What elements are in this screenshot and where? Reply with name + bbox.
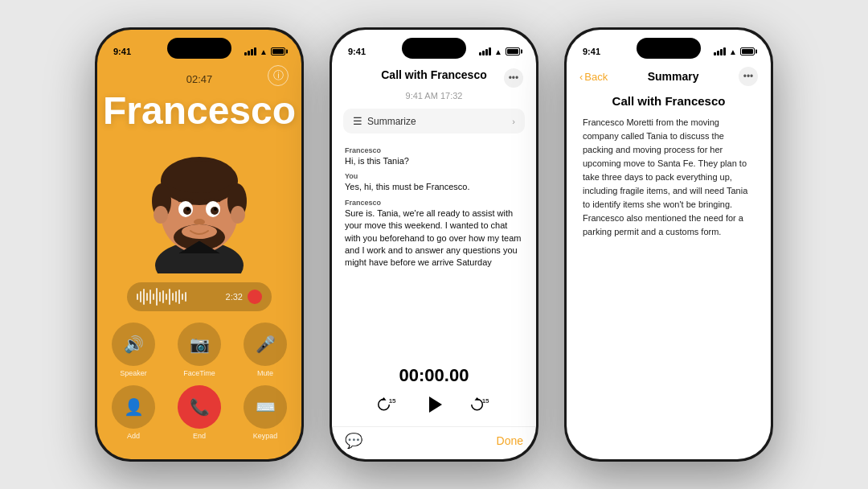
timestamp-display: 00:00.00: [332, 360, 536, 389]
dynamic-island: [167, 38, 231, 59]
svg-point-7: [154, 206, 168, 224]
speaker-1: You: [345, 172, 523, 180]
back-label: Back: [584, 71, 608, 83]
summary-nav: ‹ Back Summary •••: [567, 62, 771, 89]
transcript-screen: 9:41 ▲ Call with Francesco: [332, 30, 536, 459]
transcript-header: Call with Francesco •••: [332, 62, 536, 91]
call-timer: 02:47: [186, 73, 213, 85]
skip-back-button[interactable]: 15: [375, 392, 399, 417]
transcript-title: Call with Francesco: [381, 68, 486, 81]
transcript-subtitle: 9:41 AM 17:32: [332, 91, 536, 105]
phone-3: 9:41 ▲ ‹ Back: [564, 27, 773, 462]
phone-1: 9:41 ▲ ⓘ 02:47 Francesco: [95, 27, 304, 462]
call-buttons-row-1: 🔊 Speaker 📷 FaceTime 🎤 Mute: [112, 323, 287, 377]
time-2: 9:41: [348, 47, 366, 56]
play-button[interactable]: [419, 389, 449, 420]
call-buttons-row-2: 👤 Add 📞 End ⌨️ Keypad: [112, 385, 287, 440]
transcript-item-1: You Yes, hi, this must be Francesco.: [345, 172, 523, 193]
signal-icon-3: [714, 47, 726, 55]
summarize-left: ☰ Summarize: [353, 115, 416, 127]
phone-3-screen: 9:41 ▲ ‹ Back: [567, 30, 771, 459]
call-screen: 9:41 ▲ ⓘ 02:47 Francesco: [97, 30, 301, 459]
record-button[interactable]: [248, 290, 262, 304]
svg-marker-19: [429, 397, 442, 413]
dynamic-island-2: [402, 38, 466, 59]
phone-2-screen: 9:41 ▲ Call with Francesco: [332, 30, 536, 459]
done-button[interactable]: Done: [497, 434, 523, 447]
info-icon[interactable]: ⓘ: [268, 65, 289, 86]
more-button-3[interactable]: •••: [739, 67, 758, 86]
status-icons-1: ▲: [244, 47, 285, 56]
end-call-button[interactable]: 📞 End: [178, 385, 221, 440]
svg-point-17: [182, 224, 217, 239]
wifi-icon-1: ▲: [260, 47, 268, 56]
summarize-icon: ☰: [353, 115, 362, 127]
summary-content: Call with Francesco Francesco Moretti fr…: [567, 89, 771, 459]
summary-title: Call with Francesco: [583, 94, 755, 108]
add-call-button[interactable]: 👤 Add: [112, 385, 155, 440]
playback-controls: 15 15: [332, 389, 536, 426]
svg-point-6: [164, 161, 235, 193]
status-icons-2: ▲: [479, 47, 520, 56]
summarize-row[interactable]: ☰ Summarize ›: [343, 109, 525, 134]
wifi-icon-2: ▲: [494, 47, 502, 56]
time-1: 9:41: [113, 47, 131, 56]
speaker-button[interactable]: 🔊 Speaker: [112, 323, 155, 377]
transcript-text-1: Yes, hi, this must be Francesco.: [345, 181, 523, 193]
svg-point-15: [194, 219, 205, 225]
waveform-bar: 2:32: [127, 282, 272, 311]
transcript-footer: 💬 Done: [332, 426, 536, 459]
summary-screen: 9:41 ▲ ‹ Back: [567, 30, 771, 459]
speaker-0: Francesco: [345, 146, 523, 154]
svg-point-14: [214, 208, 217, 211]
memoji-avatar: [135, 133, 264, 277]
wifi-icon-3: ▲: [729, 47, 737, 56]
waveform-timer: 2:32: [226, 292, 243, 302]
phone-1-screen: 9:41 ▲ ⓘ 02:47 Francesco: [97, 30, 301, 459]
mute-button[interactable]: 🎤 Mute: [244, 323, 287, 377]
phone-2: 9:41 ▲ Call with Francesco: [330, 27, 538, 462]
summarize-label: Summarize: [367, 116, 416, 127]
speaker-2: Francesco: [345, 199, 523, 207]
svg-point-13: [186, 208, 190, 211]
wave-lines: [137, 288, 186, 306]
status-icons-3: ▲: [714, 47, 755, 56]
back-button[interactable]: ‹ Back: [579, 71, 608, 83]
keypad-button[interactable]: ⌨️ Keypad: [244, 385, 287, 440]
more-button[interactable]: •••: [504, 68, 523, 88]
chevron-left-icon: ‹: [579, 71, 583, 83]
svg-point-8: [231, 206, 245, 224]
summary-text: Francesco Moretti from the moving compan…: [583, 116, 755, 239]
transcript-text-2: Sure is. Tania, we're all ready to assis…: [345, 208, 523, 269]
dynamic-island-3: [637, 38, 701, 59]
signal-icon-1: [244, 47, 256, 55]
transcript-body: Francesco Hi, is this Tania? You Yes, hi…: [332, 137, 536, 360]
chevron-right-icon: ›: [512, 117, 515, 126]
transcript-text-0: Hi, is this Tania?: [345, 155, 523, 167]
battery-icon-3: [740, 47, 755, 55]
battery-icon-2: [506, 47, 520, 55]
signal-icon-2: [479, 47, 491, 55]
message-icon: 💬: [345, 432, 362, 450]
nav-title: Summary: [648, 70, 699, 83]
transcript-item-0: Francesco Hi, is this Tania?: [345, 146, 523, 167]
skip-back-label: 15: [389, 397, 396, 404]
skip-forward-label: 15: [482, 397, 489, 404]
time-3: 9:41: [583, 47, 600, 56]
transcript-item-2: Francesco Sure is. Tania, we're all read…: [345, 199, 523, 269]
skip-forward-button[interactable]: 15: [469, 392, 493, 417]
facetime-button[interactable]: 📷 FaceTime: [178, 323, 221, 377]
caller-name: Francesco: [103, 88, 296, 133]
battery-icon-1: [271, 47, 285, 55]
